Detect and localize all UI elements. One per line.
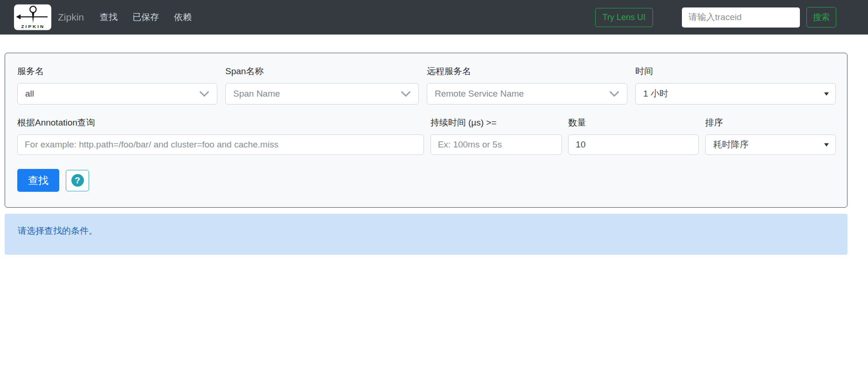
navbar: ZIPKIN Zipkin 查找 已保存 依赖 Try Lens UI 搜索 <box>0 0 868 35</box>
nav-links: 查找 已保存 依赖 <box>100 11 192 23</box>
search-form-card: 服务名 all Span名称 Span Name 远程服务名 <box>5 53 847 208</box>
zipkin-logo-icon: ZIPKIN <box>14 4 51 30</box>
span-name-select[interactable]: Span Name <box>225 83 419 105</box>
brand-title[interactable]: Zipkin <box>58 12 84 23</box>
duration-field: 持续时间 (µs) >= <box>431 117 562 155</box>
duration-input[interactable] <box>431 134 562 155</box>
limit-label: 数量 <box>568 117 699 129</box>
chevron-down-icon <box>199 91 209 97</box>
span-name-field: Span名称 Span Name <box>225 65 419 105</box>
try-lens-ui-button[interactable]: Try Lens UI <box>595 8 653 27</box>
service-name-field: 服务名 all <box>17 65 217 105</box>
duration-label: 持续时间 (µs) >= <box>431 117 562 129</box>
lookback-value: 1 小时 <box>643 88 668 100</box>
zipkin-logo-text: ZIPKIN <box>21 24 45 29</box>
help-button[interactable]: ? <box>66 170 89 191</box>
form-row-1: 服务名 all Span名称 Span Name 远程服务名 <box>17 65 836 105</box>
main-content: 服务名 all Span名称 Span Name 远程服务名 <box>0 53 868 255</box>
remote-service-select[interactable]: Remote Service Name <box>427 83 627 105</box>
annotation-label: 根据Annotation查询 <box>17 117 424 129</box>
service-name-value: all <box>25 89 34 99</box>
dropdown-arrow-icon <box>824 143 829 147</box>
lookback-field: 时间 1 小时 <box>635 65 836 105</box>
sort-value: 耗时降序 <box>713 139 749 151</box>
sort-select[interactable]: 耗时降序 <box>705 134 836 155</box>
question-mark-icon: ? <box>71 174 84 187</box>
lookback-label: 时间 <box>635 65 836 77</box>
annotation-input[interactable] <box>17 134 424 155</box>
chevron-down-icon <box>401 91 411 97</box>
limit-input[interactable] <box>568 134 699 155</box>
nav-link-dependencies[interactable]: 依赖 <box>174 11 192 23</box>
service-name-label: 服务名 <box>17 65 217 77</box>
navbar-search-button[interactable]: 搜索 <box>806 7 836 28</box>
nav-link-saved[interactable]: 已保存 <box>132 11 159 23</box>
sort-label: 排序 <box>705 117 836 129</box>
dropdown-arrow-icon <box>824 92 829 96</box>
remote-service-field: 远程服务名 Remote Service Name <box>427 65 627 105</box>
lookback-select[interactable]: 1 小时 <box>635 83 836 105</box>
span-name-placeholder: Span Name <box>233 89 280 99</box>
sort-field: 排序 耗时降序 <box>705 117 836 155</box>
chevron-down-icon <box>609 91 619 97</box>
span-name-label: Span名称 <box>225 65 419 77</box>
alert-message: 请选择查找的条件。 <box>18 226 97 236</box>
remote-service-label: 远程服务名 <box>427 65 627 77</box>
limit-field: 数量 <box>568 117 699 155</box>
form-row-2: 根据Annotation查询 持续时间 (µs) >= 数量 排序 耗时降序 <box>17 117 836 155</box>
zipkin-logo[interactable]: ZIPKIN <box>14 4 51 30</box>
traceid-input[interactable] <box>682 7 800 28</box>
remote-service-placeholder: Remote Service Name <box>435 89 524 99</box>
form-row-3: 查找 ? <box>17 169 836 192</box>
find-button[interactable]: 查找 <box>17 169 59 192</box>
nav-link-find[interactable]: 查找 <box>100 11 118 23</box>
annotation-field: 根据Annotation查询 <box>17 117 424 155</box>
info-alert: 请选择查找的条件。 <box>5 214 847 255</box>
service-name-select[interactable]: all <box>17 83 217 105</box>
